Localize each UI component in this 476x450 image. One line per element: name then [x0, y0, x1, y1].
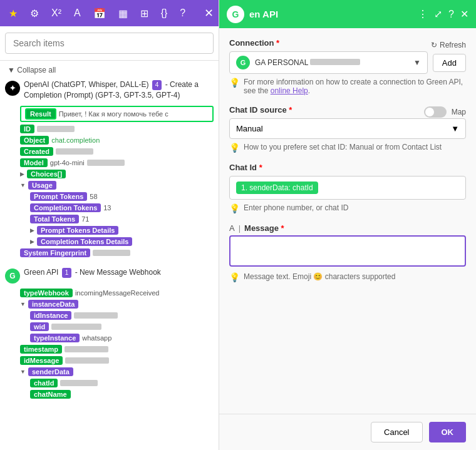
cancel-button[interactable]: Cancel — [371, 422, 422, 442]
collapse-all-toggle[interactable]: Collapse all — [0, 63, 219, 77]
connection-group: Connection * ↻ Refresh G GA PERSONAL ▼ A… — [229, 38, 466, 95]
ok-button[interactable]: OK — [429, 422, 467, 442]
prompt-details-row[interactable]: Prompt Tokens Details — [30, 225, 214, 236]
calendar-icon[interactable]: 📅 — [90, 5, 110, 22]
map-toggle[interactable] — [424, 106, 447, 118]
usage-row[interactable]: Usage — [20, 180, 214, 191]
right-help-icon[interactable]: ? — [448, 9, 454, 20]
add-connection-button[interactable]: Add — [433, 54, 466, 72]
usage-tag: Usage — [28, 181, 56, 190]
chat-id-row: chatId — [30, 377, 214, 389]
id-value — [37, 126, 75, 132]
refresh-button[interactable]: ↻ Refresh — [431, 41, 466, 49]
openai-title: OpenAI (ChatGPT, Whisper, DALL-E) 4 - Cr… — [24, 79, 214, 101]
id-message-tag: idMessage — [20, 356, 63, 365]
table-icon[interactable]: ▦ — [115, 5, 132, 22]
sender-row[interactable]: senderData — [20, 366, 214, 377]
more-options-icon[interactable]: ⋮ — [418, 8, 428, 20]
timestamp-tag: timestamp — [20, 345, 62, 354]
object-row: Object chat.completion — [20, 135, 214, 146]
fingerprint-tag: System Fingerprint — [20, 248, 90, 257]
chat-id-tag: chatId — [30, 379, 58, 387]
code-icon[interactable]: {} — [157, 5, 172, 21]
right-header-actions: ⋮ ⤢ ? ✕ — [418, 8, 468, 20]
connection-select[interactable]: G GA PERSONAL ▼ — [229, 51, 428, 74]
completion-tokens-row: Completion Tokens 13 — [30, 202, 214, 213]
help-icon[interactable]: ? — [176, 5, 189, 21]
left-panel: ★ ⚙ X² A 📅 ▦ ⊞ {} ? ✕ Collapse all ✦ Ope… — [0, 0, 219, 450]
fingerprint-row: System Fingerprint — [20, 247, 214, 258]
prompt-tokens-row: Prompt Tokens 58 — [30, 191, 214, 202]
model-value: gpt-4o-mini — [50, 159, 85, 166]
message-label: Message * — [244, 223, 284, 233]
completion-details-tag: Completion Tokens Details — [37, 237, 132, 246]
completion-details-toggle[interactable]: Completion Tokens Details — [30, 237, 132, 246]
right-panel: G en API ⋮ ⤢ ? ✕ Connection * ↻ Refresh — [219, 0, 476, 450]
choices-toggle[interactable]: Choices[] — [20, 170, 66, 178]
created-row: Created — [20, 146, 214, 157]
model-tag: Model — [20, 158, 48, 167]
chat-id-source-label-row: Chat ID source * Map — [229, 105, 466, 118]
sender-toggle[interactable]: senderData — [20, 367, 73, 376]
superscript-icon[interactable]: X² — [48, 5, 65, 21]
usage-toggle[interactable]: Usage — [20, 181, 56, 190]
message-group: A | Message * 💡 Message text. Emoji 😊 ch… — [229, 223, 466, 282]
right-content: Connection * ↻ Refresh G GA PERSONAL ▼ A… — [219, 28, 476, 414]
message-input[interactable] — [229, 235, 466, 267]
footer-buttons: Cancel OK — [219, 414, 476, 450]
chat-id-group: Chat Id * 1. senderData: chatId 💡 Enter … — [229, 163, 466, 213]
chat-id-label: Chat Id * — [229, 163, 466, 172]
right-header: G en API ⋮ ⤢ ? ✕ — [219, 0, 476, 28]
expand-icon[interactable]: ⤢ — [434, 8, 442, 20]
map-toggle-row: Map — [424, 106, 466, 118]
completion-details-row[interactable]: Completion Tokens Details — [30, 236, 214, 247]
completion-tokens-tag: Completion Tokens — [30, 203, 101, 212]
search-input[interactable] — [5, 33, 214, 54]
instance-row[interactable]: instanceData — [20, 299, 214, 310]
panel-content: Collapse all ✦ OpenAI (ChatGPT, Whisper,… — [0, 61, 219, 450]
manual-select[interactable]: Manual ▼ — [229, 118, 466, 139]
instance-toggle[interactable]: instanceData — [20, 300, 78, 309]
fingerprint-value — [93, 250, 130, 256]
result-value: Привет, ! Как я могу помочь тебе с — [59, 110, 168, 118]
choices-tag: Choices[] — [27, 170, 66, 178]
online-help-link[interactable]: online Help — [271, 86, 308, 95]
connection-info: 💡 For more information on how to create … — [229, 78, 466, 95]
right-header-title: en API — [249, 9, 413, 19]
hint-icon: 💡 — [229, 143, 240, 153]
right-close-icon[interactable]: ✕ — [460, 8, 468, 20]
usage-details: Prompt Tokens 58 Completion Tokens 13 To… — [20, 191, 214, 247]
choices-row[interactable]: Choices[] — [20, 168, 214, 180]
created-value — [56, 148, 93, 155]
greenapi-module-header: G Green API 1 - New Message Webhook — [0, 265, 219, 286]
text-icon[interactable]: A — [70, 5, 85, 21]
openai-module: ✦ OpenAI (ChatGPT, Whisper, DALL-E) 4 - … — [0, 77, 219, 260]
top-toolbar: ★ ⚙ X² A 📅 ▦ ⊞ {} ? ✕ — [0, 0, 219, 26]
grid-icon[interactable]: ⊞ — [137, 5, 152, 22]
openai-data: Result Привет, ! Как я могу помочь тебе … — [0, 103, 219, 260]
close-icon[interactable]: ✕ — [204, 6, 214, 20]
type-instance-value: whatsapp — [82, 334, 111, 342]
total-tokens-value: 71 — [81, 215, 89, 223]
chevron-down-icon: ▼ — [413, 58, 421, 67]
type-webhook-row: typeWebhook incomingMessageReceived — [20, 287, 214, 299]
id-tag: ID — [20, 125, 34, 133]
star-icon[interactable]: ★ — [5, 5, 21, 22]
chat-id-field[interactable]: 1. senderData: chatId — [229, 176, 466, 200]
settings-icon[interactable]: ⚙ — [26, 5, 43, 22]
id-instance-row: idInstance — [30, 310, 214, 321]
sender-tag: senderData — [28, 367, 73, 376]
search-bar — [0, 26, 219, 61]
result-row: Result Привет, ! Как я могу помочь тебе … — [20, 106, 214, 122]
greenapi-data: typeWebhook incomingMessageReceived inst… — [0, 286, 219, 401]
instance-details: idInstance wid typeInstance whatsapp — [20, 310, 214, 344]
chat-id-source-group: Chat ID source * Map Manual ▼ 💡 How to y… — [229, 105, 466, 153]
id-message-row: idMessage — [20, 355, 214, 366]
object-value: chat.completion — [51, 136, 100, 144]
chat-hint-icon: 💡 — [229, 203, 240, 213]
prompt-tokens-tag: Prompt Tokens — [30, 192, 87, 201]
timestamp-row: timestamp — [20, 344, 214, 355]
prompt-details-toggle[interactable]: Prompt Tokens Details — [30, 226, 118, 235]
sender-details: chatId chatName — [20, 377, 214, 400]
result-tag: Result — [25, 108, 56, 120]
